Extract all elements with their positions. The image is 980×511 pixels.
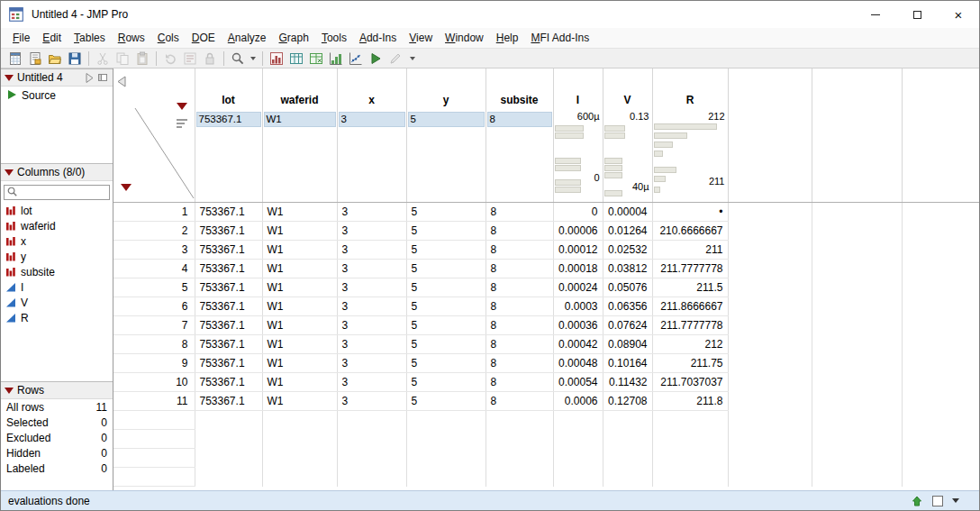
formula-button[interactable] [306, 50, 326, 68]
cell-I[interactable]: 0.0006 [553, 392, 603, 411]
chevron-right-icon[interactable] [84, 72, 95, 84]
menu-graph[interactable]: Graph [273, 32, 315, 44]
column-sort-icon[interactable] [177, 119, 187, 128]
cell-I[interactable]: 0 [553, 203, 603, 222]
cell-V[interactable]: 0.11432 [603, 373, 652, 392]
column-header-lot[interactable]: lot [195, 68, 262, 109]
cell-I[interactable]: 0.00018 [553, 260, 603, 278]
undo-button[interactable] [160, 50, 180, 68]
recode-button[interactable] [180, 50, 200, 68]
header-graph-waferid[interactable]: W1 [262, 109, 337, 203]
cell-R[interactable]: • [652, 203, 728, 222]
cell-y[interactable]: 5 [406, 260, 485, 278]
new-data-table-button[interactable] [5, 50, 25, 68]
cell-subsite[interactable]: 8 [485, 297, 553, 316]
cell-lot[interactable]: 753367.1 [195, 260, 262, 278]
cell-waferid[interactable]: W1 [262, 241, 337, 260]
lock-button[interactable] [200, 50, 220, 68]
column-item-R[interactable]: R [1, 310, 113, 325]
columns-panel-header[interactable]: Columns (8/0) [1, 163, 113, 181]
rows-menu-red-triangle-icon[interactable] [121, 184, 132, 191]
save-file-button[interactable] [65, 50, 85, 68]
menu-mfi-add-ins[interactable]: MFI Add-Ins [524, 32, 595, 44]
cell-x[interactable]: 3 [337, 354, 406, 373]
column-item-V[interactable]: V [1, 295, 113, 310]
rows-red-triangle-icon[interactable] [5, 388, 14, 394]
columns-menu-red-triangle-icon[interactable] [177, 103, 187, 110]
cell-y[interactable]: 5 [406, 316, 485, 335]
row-number[interactable]: 6 [113, 297, 195, 316]
cell-V[interactable]: 0.10164 [603, 354, 652, 373]
cell-x[interactable]: 3 [337, 278, 406, 297]
cell-V[interactable]: 0.01264 [603, 222, 652, 241]
cell-I[interactable]: 0.00006 [553, 222, 603, 241]
menu-rows[interactable]: Rows [112, 32, 151, 44]
cell-waferid[interactable]: W1 [262, 316, 337, 335]
cell-subsite[interactable]: 8 [485, 203, 553, 222]
cell-y[interactable]: 5 [406, 278, 485, 297]
row-number[interactable]: 7 [113, 316, 195, 335]
column-item-I[interactable]: I [1, 279, 113, 295]
header-preview-x[interactable]: 3 [339, 112, 405, 127]
cell-lot[interactable]: 753367.1 [195, 297, 262, 316]
cell-waferid[interactable]: W1 [262, 297, 337, 316]
cell-waferid[interactable]: W1 [262, 203, 337, 222]
header-graph-y[interactable]: 5 [406, 109, 485, 203]
menu-window[interactable]: Window [439, 32, 490, 44]
cell-x[interactable]: 3 [337, 241, 406, 260]
cell-x[interactable]: 3 [337, 222, 406, 241]
cell-V[interactable]: 0.05076 [603, 278, 652, 297]
cell-I[interactable]: 0.00024 [553, 278, 603, 297]
cell-lot[interactable]: 753367.1 [195, 203, 262, 222]
cell-lot[interactable]: 753367.1 [195, 373, 262, 392]
cell-y[interactable]: 5 [406, 297, 485, 316]
paste-button[interactable] [132, 50, 152, 68]
menu-help[interactable]: Help [490, 32, 525, 44]
cell-x[interactable]: 3 [337, 297, 406, 316]
cell-lot[interactable]: 753367.1 [195, 241, 262, 260]
cell-y[interactable]: 5 [406, 335, 485, 354]
cell-y[interactable]: 5 [406, 241, 485, 260]
cell-I[interactable]: 0.00054 [553, 373, 603, 392]
cell-R[interactable]: 211.8 [652, 392, 728, 411]
annotate-button[interactable] [386, 50, 405, 68]
cell-R[interactable]: 211 [652, 241, 728, 260]
maximize-button[interactable] [896, 1, 938, 28]
cell-V[interactable]: 0.02532 [603, 241, 652, 260]
menu-add-ins[interactable]: Add-Ins [353, 32, 403, 44]
cell-R[interactable]: 211.7777778 [652, 316, 728, 335]
toolbar-overflow-caret[interactable] [410, 57, 415, 60]
header-graph-I[interactable]: 600µ0 [553, 109, 603, 203]
status-dropdown-caret[interactable] [952, 498, 959, 503]
cell-x[interactable]: 3 [337, 373, 406, 392]
row-number[interactable]: 11 [113, 392, 195, 411]
menu-doe[interactable]: DOE [186, 32, 222, 44]
column-item-x[interactable]: x [1, 233, 113, 249]
cell-waferid[interactable]: W1 [262, 373, 337, 392]
zoom-dropdown-caret[interactable] [250, 57, 256, 60]
row-number[interactable]: 9 [113, 354, 195, 373]
copy-button[interactable] [113, 50, 132, 68]
source-script-item[interactable]: Source [1, 87, 113, 103]
tabulate-button[interactable] [286, 50, 306, 68]
cell-I[interactable]: 0.00036 [553, 316, 603, 335]
column-item-waferid[interactable]: waferid [1, 218, 113, 233]
row-number[interactable]: 2 [113, 222, 195, 241]
header-preview-lot[interactable]: 753367.1 [196, 112, 261, 127]
cell-x[interactable]: 3 [337, 335, 406, 354]
cell-V[interactable]: 0.08904 [603, 335, 652, 354]
dock-panel-icon[interactable] [97, 72, 109, 84]
rows-panel-header[interactable]: Rows [1, 381, 113, 399]
columns-red-triangle-icon[interactable] [5, 169, 14, 176]
column-header-x[interactable]: x [337, 68, 406, 109]
header-preview-waferid[interactable]: W1 [264, 112, 336, 127]
minimize-button[interactable] [855, 1, 896, 28]
cell-x[interactable]: 3 [337, 316, 406, 335]
header-graph-subsite[interactable]: 8 [485, 109, 553, 203]
column-header-V[interactable]: V [603, 68, 652, 109]
cell-x[interactable]: 3 [337, 260, 406, 278]
column-item-subsite[interactable]: subsite [1, 264, 113, 279]
fit-y-by-x-button[interactable] [346, 50, 366, 68]
table-red-triangle-icon[interactable] [5, 75, 14, 81]
close-button[interactable]: × [938, 1, 979, 28]
